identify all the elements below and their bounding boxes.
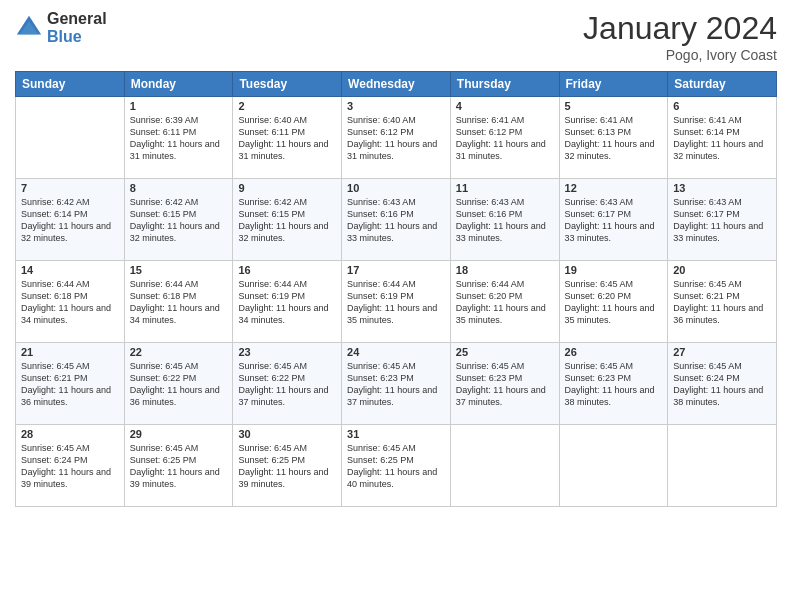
day-number: 28 xyxy=(21,428,119,440)
sunset-text: Sunset: 6:12 PM xyxy=(347,127,414,137)
day-number: 19 xyxy=(565,264,663,276)
day-number: 11 xyxy=(456,182,554,194)
day-number: 3 xyxy=(347,100,445,112)
day-number: 29 xyxy=(130,428,228,440)
sunrise-text: Sunrise: 6:45 AM xyxy=(130,443,199,453)
calendar: SundayMondayTuesdayWednesdayThursdayFrid… xyxy=(15,71,777,507)
page: General Blue January 2024 Pogo, Ivory Co… xyxy=(0,0,792,612)
calendar-cell: 21 Sunrise: 6:45 AM Sunset: 6:21 PM Dayl… xyxy=(16,343,125,425)
day-number: 25 xyxy=(456,346,554,358)
sunset-text: Sunset: 6:16 PM xyxy=(347,209,414,219)
calendar-cell: 4 Sunrise: 6:41 AM Sunset: 6:12 PM Dayli… xyxy=(450,97,559,179)
day-number: 15 xyxy=(130,264,228,276)
day-number: 26 xyxy=(565,346,663,358)
day-info: Sunrise: 6:45 AM Sunset: 6:24 PM Dayligh… xyxy=(673,360,771,409)
sunset-text: Sunset: 6:12 PM xyxy=(456,127,523,137)
sunrise-text: Sunrise: 6:41 AM xyxy=(673,115,742,125)
day-number: 20 xyxy=(673,264,771,276)
calendar-day-header: Wednesday xyxy=(342,72,451,97)
calendar-cell: 6 Sunrise: 6:41 AM Sunset: 6:14 PM Dayli… xyxy=(668,97,777,179)
sunset-text: Sunset: 6:14 PM xyxy=(673,127,740,137)
daylight-text: Daylight: 11 hours and 37 minutes. xyxy=(238,385,328,407)
sunrise-text: Sunrise: 6:42 AM xyxy=(21,197,90,207)
sunset-text: Sunset: 6:15 PM xyxy=(130,209,197,219)
day-number: 27 xyxy=(673,346,771,358)
day-info: Sunrise: 6:45 AM Sunset: 6:25 PM Dayligh… xyxy=(238,442,336,491)
sunset-text: Sunset: 6:18 PM xyxy=(21,291,88,301)
calendar-cell: 5 Sunrise: 6:41 AM Sunset: 6:13 PM Dayli… xyxy=(559,97,668,179)
daylight-text: Daylight: 11 hours and 40 minutes. xyxy=(347,467,437,489)
day-info: Sunrise: 6:42 AM Sunset: 6:15 PM Dayligh… xyxy=(238,196,336,245)
calendar-cell: 23 Sunrise: 6:45 AM Sunset: 6:22 PM Dayl… xyxy=(233,343,342,425)
calendar-cell: 2 Sunrise: 6:40 AM Sunset: 6:11 PM Dayli… xyxy=(233,97,342,179)
day-info: Sunrise: 6:41 AM Sunset: 6:13 PM Dayligh… xyxy=(565,114,663,163)
sunrise-text: Sunrise: 6:42 AM xyxy=(130,197,199,207)
sunrise-text: Sunrise: 6:45 AM xyxy=(238,443,307,453)
logo-blue-text: Blue xyxy=(47,28,107,46)
sunrise-text: Sunrise: 6:40 AM xyxy=(347,115,416,125)
calendar-cell: 20 Sunrise: 6:45 AM Sunset: 6:21 PM Dayl… xyxy=(668,261,777,343)
day-info: Sunrise: 6:43 AM Sunset: 6:17 PM Dayligh… xyxy=(565,196,663,245)
daylight-text: Daylight: 11 hours and 32 minutes. xyxy=(565,139,655,161)
sunset-text: Sunset: 6:25 PM xyxy=(238,455,305,465)
calendar-cell: 29 Sunrise: 6:45 AM Sunset: 6:25 PM Dayl… xyxy=(124,425,233,507)
calendar-cell: 1 Sunrise: 6:39 AM Sunset: 6:11 PM Dayli… xyxy=(124,97,233,179)
day-number: 5 xyxy=(565,100,663,112)
sunrise-text: Sunrise: 6:45 AM xyxy=(347,361,416,371)
day-number: 14 xyxy=(21,264,119,276)
calendar-cell: 18 Sunrise: 6:44 AM Sunset: 6:20 PM Dayl… xyxy=(450,261,559,343)
day-info: Sunrise: 6:41 AM Sunset: 6:12 PM Dayligh… xyxy=(456,114,554,163)
day-info: Sunrise: 6:45 AM Sunset: 6:21 PM Dayligh… xyxy=(21,360,119,409)
day-info: Sunrise: 6:45 AM Sunset: 6:25 PM Dayligh… xyxy=(347,442,445,491)
sunrise-text: Sunrise: 6:45 AM xyxy=(673,279,742,289)
sunrise-text: Sunrise: 6:45 AM xyxy=(21,443,90,453)
sunset-text: Sunset: 6:21 PM xyxy=(673,291,740,301)
daylight-text: Daylight: 11 hours and 31 minutes. xyxy=(456,139,546,161)
calendar-cell: 9 Sunrise: 6:42 AM Sunset: 6:15 PM Dayli… xyxy=(233,179,342,261)
calendar-week-row: 1 Sunrise: 6:39 AM Sunset: 6:11 PM Dayli… xyxy=(16,97,777,179)
day-number: 7 xyxy=(21,182,119,194)
sunset-text: Sunset: 6:20 PM xyxy=(565,291,632,301)
header: General Blue January 2024 Pogo, Ivory Co… xyxy=(15,10,777,63)
calendar-cell: 11 Sunrise: 6:43 AM Sunset: 6:16 PM Dayl… xyxy=(450,179,559,261)
sunrise-text: Sunrise: 6:43 AM xyxy=(456,197,525,207)
day-info: Sunrise: 6:44 AM Sunset: 6:18 PM Dayligh… xyxy=(130,278,228,327)
calendar-day-header: Tuesday xyxy=(233,72,342,97)
sunset-text: Sunset: 6:14 PM xyxy=(21,209,88,219)
sunrise-text: Sunrise: 6:40 AM xyxy=(238,115,307,125)
sunset-text: Sunset: 6:25 PM xyxy=(347,455,414,465)
sunrise-text: Sunrise: 6:45 AM xyxy=(456,361,525,371)
sunrise-text: Sunrise: 6:43 AM xyxy=(673,197,742,207)
calendar-day-header: Monday xyxy=(124,72,233,97)
day-number: 4 xyxy=(456,100,554,112)
day-number: 10 xyxy=(347,182,445,194)
day-number: 23 xyxy=(238,346,336,358)
day-number: 17 xyxy=(347,264,445,276)
day-number: 24 xyxy=(347,346,445,358)
sunrise-text: Sunrise: 6:45 AM xyxy=(347,443,416,453)
sunrise-text: Sunrise: 6:43 AM xyxy=(347,197,416,207)
day-info: Sunrise: 6:45 AM Sunset: 6:23 PM Dayligh… xyxy=(347,360,445,409)
calendar-cell: 12 Sunrise: 6:43 AM Sunset: 6:17 PM Dayl… xyxy=(559,179,668,261)
daylight-text: Daylight: 11 hours and 32 minutes. xyxy=(673,139,763,161)
sunset-text: Sunset: 6:11 PM xyxy=(238,127,305,137)
sunrise-text: Sunrise: 6:39 AM xyxy=(130,115,199,125)
sunrise-text: Sunrise: 6:45 AM xyxy=(565,279,634,289)
calendar-cell: 27 Sunrise: 6:45 AM Sunset: 6:24 PM Dayl… xyxy=(668,343,777,425)
calendar-cell: 16 Sunrise: 6:44 AM Sunset: 6:19 PM Dayl… xyxy=(233,261,342,343)
sunset-text: Sunset: 6:19 PM xyxy=(238,291,305,301)
sunrise-text: Sunrise: 6:44 AM xyxy=(130,279,199,289)
sunrise-text: Sunrise: 6:44 AM xyxy=(21,279,90,289)
calendar-day-header: Thursday xyxy=(450,72,559,97)
daylight-text: Daylight: 11 hours and 37 minutes. xyxy=(456,385,546,407)
sunrise-text: Sunrise: 6:45 AM xyxy=(130,361,199,371)
sunrise-text: Sunrise: 6:43 AM xyxy=(565,197,634,207)
calendar-cell: 19 Sunrise: 6:45 AM Sunset: 6:20 PM Dayl… xyxy=(559,261,668,343)
day-info: Sunrise: 6:43 AM Sunset: 6:16 PM Dayligh… xyxy=(347,196,445,245)
calendar-cell: 24 Sunrise: 6:45 AM Sunset: 6:23 PM Dayl… xyxy=(342,343,451,425)
sunset-text: Sunset: 6:13 PM xyxy=(565,127,632,137)
calendar-cell xyxy=(450,425,559,507)
calendar-week-row: 21 Sunrise: 6:45 AM Sunset: 6:21 PM Dayl… xyxy=(16,343,777,425)
day-number: 31 xyxy=(347,428,445,440)
calendar-day-header: Friday xyxy=(559,72,668,97)
